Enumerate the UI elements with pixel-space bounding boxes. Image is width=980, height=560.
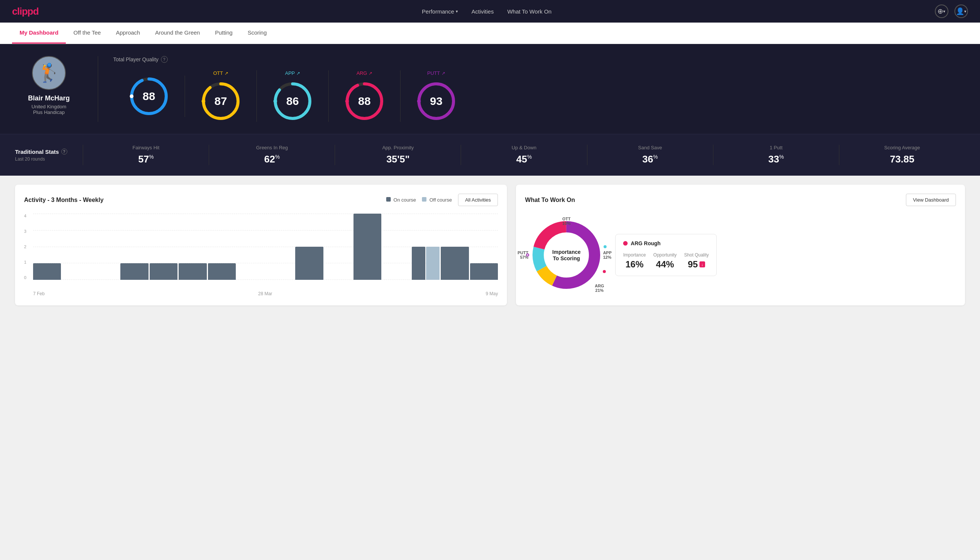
avatar-image: 🏌️	[38, 62, 60, 83]
bar-on-course	[179, 263, 206, 280]
gauge-ott: 87	[200, 80, 241, 122]
donut-section: Importance To Scoring OTT 10% APP 12% AR…	[525, 213, 956, 297]
label-app: APP 12%	[603, 250, 612, 260]
gauge-total: 88	[128, 76, 170, 117]
pink-dot-icon	[623, 241, 627, 246]
arrow-up-icon: ↗	[225, 71, 228, 76]
app-label: APP ↗	[285, 70, 300, 76]
gauge-arg: 88	[344, 80, 385, 122]
bar-group	[412, 247, 439, 280]
gauge-number-total: 88	[143, 90, 155, 103]
bar-group	[353, 213, 381, 280]
bar-group	[150, 263, 178, 280]
donut-center-line2: To Scoring	[552, 255, 581, 262]
y-axis: 4 3 2 1 0	[24, 213, 28, 280]
arrow-up-icon: ↗	[441, 71, 445, 76]
player-info: 🏌️ Blair McHarg United Kingdom Plus Hand…	[15, 56, 98, 115]
stat-scoring-average: Scoring Average 73.85	[839, 145, 965, 165]
trad-stats-sublabel: Last 20 rounds	[15, 157, 83, 162]
bar-group	[208, 263, 236, 280]
nav-activities[interactable]: Activities	[472, 8, 494, 15]
score-arg: ARG ↗ 88	[329, 70, 401, 122]
player-country: United Kingdom	[32, 104, 67, 110]
logo[interactable]: clippd	[12, 6, 39, 17]
arrow-up-icon: ↗	[296, 71, 300, 76]
bar-on-course	[120, 263, 148, 280]
shot-quality-badge: ↓	[699, 262, 705, 267]
bar-group	[470, 263, 498, 280]
bar-off-course	[426, 247, 439, 280]
bar-group	[295, 247, 323, 280]
view-dashboard-button[interactable]: View Dashboard	[906, 194, 956, 206]
label-ott: OTT 10%	[562, 217, 571, 226]
bottom-section: Activity - 3 Months - Weekly On course O…	[0, 176, 980, 314]
gauge-number-putt: 93	[430, 95, 442, 108]
tabs-bar: My Dashboard Off the Tee Approach Around…	[0, 23, 980, 44]
chevron-down-icon: ▾	[456, 9, 458, 14]
bar-chart: 4 3 2 1 0	[24, 213, 498, 297]
activity-legend: On course Off course	[386, 197, 452, 203]
putt-label: PUTT ↗	[427, 70, 445, 76]
label-arg: ARG 21%	[595, 283, 604, 293]
gauge-putt: 93	[416, 80, 457, 122]
trad-stats-label: Traditional Stats ? Last 20 rounds	[15, 148, 83, 162]
legend-dot-off-course	[422, 197, 426, 202]
nav-performance[interactable]: Performance ▾	[422, 8, 458, 15]
metric-shot-quality: Shot Quality 95 ↓	[684, 252, 709, 270]
add-button[interactable]: ⊕ ▾	[935, 5, 948, 18]
legend-off-course: Off course	[422, 197, 452, 203]
tab-my-dashboard[interactable]: My Dashboard	[12, 23, 66, 43]
gauge-number-app: 86	[286, 95, 299, 108]
svg-point-14	[417, 99, 421, 103]
all-activities-button[interactable]: All Activities	[458, 194, 498, 206]
ott-label: OTT ↗	[213, 70, 228, 76]
tab-off-the-tee[interactable]: Off the Tee	[66, 23, 108, 43]
tab-scoring[interactable]: Scoring	[240, 23, 274, 43]
tab-putting[interactable]: Putting	[208, 23, 240, 43]
bar-on-course	[470, 263, 498, 280]
bar-group	[179, 263, 206, 280]
bar-on-course	[150, 263, 178, 280]
score-putt: PUTT ↗ 93	[401, 70, 472, 122]
avatar: 🏌️	[32, 56, 66, 90]
help-icon[interactable]: ?	[61, 148, 67, 155]
x-label-feb: 7 Feb	[33, 291, 45, 297]
y-label-1: 1	[24, 260, 26, 264]
y-label-4: 4	[24, 213, 26, 218]
stat-sand-save: Sand Save 36%	[587, 145, 713, 165]
app-dot	[604, 245, 607, 248]
info-metrics: Importance 16% Opportunity 44% Shot Qual…	[623, 252, 709, 270]
stat-up-and-down: Up & Down 45%	[461, 145, 587, 165]
player-handicap: Plus Handicap	[33, 110, 65, 115]
trad-stats-title: Traditional Stats ?	[15, 148, 83, 155]
work-card-header: What To Work On View Dashboard	[525, 194, 956, 206]
arg-label: ARG ↗	[356, 70, 372, 76]
metric-importance: Importance 16%	[623, 252, 646, 270]
tpq-title: Total Player Quality ?	[113, 56, 965, 63]
svg-point-5	[201, 99, 205, 103]
nav-links: Performance ▾ Activities What To Work On	[422, 8, 552, 15]
tab-approach[interactable]: Approach	[108, 23, 147, 43]
x-label-may: 9 May	[486, 291, 498, 297]
traditional-stats-section: Traditional Stats ? Last 20 rounds Fairw…	[0, 134, 980, 176]
x-label-mar: 28 Mar	[258, 291, 272, 297]
user-menu-button[interactable]: 👤 ▾	[954, 5, 968, 18]
gauge-number-arg: 88	[358, 95, 370, 108]
bar-on-course	[33, 263, 61, 280]
stat-fairways-hit: Fairways Hit 57%	[83, 145, 209, 165]
tab-around-the-green[interactable]: Around the Green	[147, 23, 207, 43]
user-icon: 👤	[956, 7, 964, 15]
nav-what-to-work-on[interactable]: What To Work On	[507, 8, 552, 15]
metric-opportunity: Opportunity 44%	[653, 252, 677, 270]
nav-right: ⊕ ▾ 👤 ▾	[935, 5, 968, 18]
bar-on-course	[208, 263, 236, 280]
help-icon[interactable]: ?	[161, 56, 168, 63]
donut-center-line1: Importance	[552, 248, 581, 255]
x-axis: 7 Feb 28 Mar 9 May	[33, 291, 498, 297]
legend-dot-on-course	[386, 197, 391, 202]
donut-chart: Importance To Scoring OTT 10% APP 12% AR…	[525, 213, 608, 297]
stat-app-proximity: App. Proximity 35'5"	[335, 145, 461, 165]
chevron-down-icon: ▾	[943, 9, 945, 14]
chart-area	[33, 213, 498, 280]
stat-greens-in-reg: Greens In Reg 62%	[209, 145, 335, 165]
